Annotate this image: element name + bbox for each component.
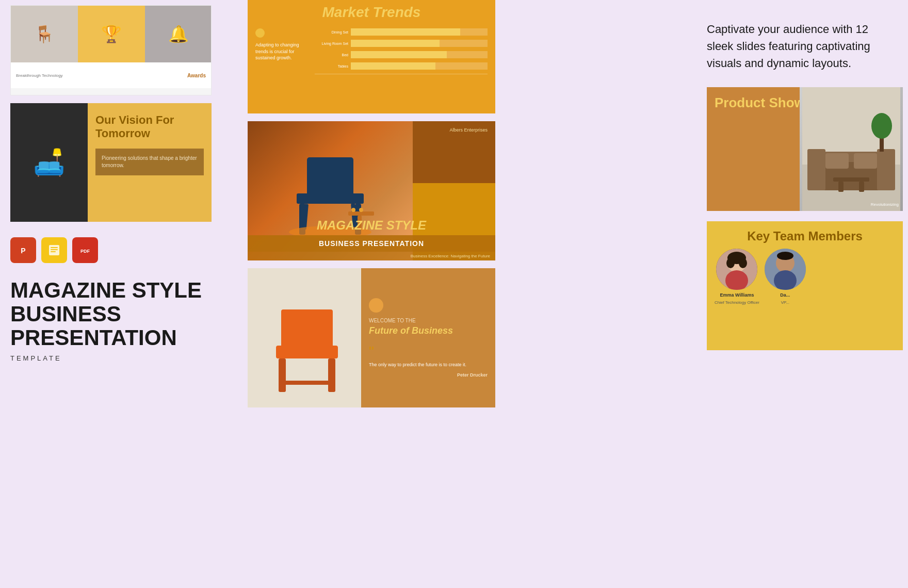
svg-rect-35 (833, 177, 869, 182)
welcome-author: Peter Drucker (369, 372, 488, 378)
team-members: Emma Williams Chief Technology Officer (707, 249, 903, 305)
svg-rect-44 (726, 273, 747, 281)
bar-label-4: Tables (315, 64, 348, 68)
awards-slide[interactable]: 🪑 🏆 🔔 Breakthrough Technology Awards (10, 5, 212, 95)
ps-revolutionizing: Revolutionizing (871, 202, 899, 207)
powerpoint-icon[interactable]: P (10, 237, 36, 263)
svg-rect-32 (854, 153, 877, 169)
bar-label-1: Dining Set (315, 30, 348, 34)
bar-bg-4 (351, 62, 488, 70)
svg-rect-5 (51, 249, 58, 250)
file-icons: P PDF (10, 237, 227, 263)
bar-label-3: Bed (315, 53, 348, 57)
vision-slide[interactable]: 🛋️ Our Vision For Tomorrow Pioneering so… (10, 103, 212, 222)
magazine-main-slide[interactable]: Albers Enterprises MAGAZINE STYLE BUSINE… (248, 121, 495, 260)
svg-point-18 (351, 208, 355, 212)
welcome-left (248, 268, 366, 407)
svg-point-34 (871, 113, 892, 139)
mag-italic-title: MAGAZINE STYLE (248, 216, 495, 235)
svg-rect-30 (807, 152, 895, 162)
mt-chart: Dining Set Living Room Set Bed (315, 28, 488, 74)
bar-bg-3 (351, 51, 488, 58)
member-emma: Emma Williams Chief Technology Officer (715, 249, 759, 305)
team-title: Key Team Members (707, 221, 903, 249)
svg-rect-49 (775, 273, 796, 281)
ps-photo (800, 87, 903, 211)
mt-circle (255, 28, 265, 38)
key-team-slide[interactable]: Key Team Members (707, 221, 903, 350)
svg-rect-16 (348, 211, 374, 216)
avatar-emma (716, 249, 757, 290)
svg-rect-6 (51, 251, 56, 252)
right-column: Captivate your audience with 12 sleek sl… (702, 0, 908, 588)
svg-point-42 (739, 258, 747, 268)
awards-label: Awards (187, 73, 206, 78)
welcome-circle (369, 298, 383, 313)
main-subtitle: TEMPLATE (10, 354, 227, 362)
market-trends-slide[interactable]: Market Trends Adapting to changing trend… (248, 0, 495, 113)
welcome-chair-svg (266, 289, 348, 402)
pdf-icon[interactable]: PDF (72, 237, 98, 263)
breakthrough-label: Breakthrough Technology (16, 73, 63, 78)
google-slides-icon[interactable] (41, 237, 67, 263)
avatar-member2 (765, 249, 806, 290)
svg-rect-10 (307, 157, 353, 196)
bar-row-1: Dining Set (315, 28, 488, 36)
bar-bg-2 (351, 40, 488, 47)
svg-rect-23 (328, 358, 335, 392)
vision-content: Our Vision For Tomorrow Pioneering solut… (88, 103, 212, 222)
thumb-trophy: 🏆 (78, 6, 145, 62)
member-2: Da... VP... (765, 249, 806, 305)
svg-point-47 (777, 252, 793, 260)
product-photo-svg (802, 87, 900, 211)
bar-fill-2 (351, 40, 440, 47)
svg-point-19 (359, 208, 363, 212)
avatar-emma-svg (716, 249, 757, 290)
welcome-to-text: WELCOME TO THE (369, 318, 488, 323)
mag-footer-text: Business Excellence: Navigating the Futu… (248, 252, 495, 260)
left-column: 🪑 🏆 🔔 Breakthrough Technology Awards 🛋️ … (0, 0, 237, 588)
quote-mark: " (369, 345, 488, 359)
svg-rect-24 (279, 381, 335, 385)
svg-rect-21 (281, 309, 333, 348)
description-text: Captivate your audience with 12 sleek sl… (707, 21, 893, 72)
member-role-emma: Chief Technology Officer (715, 300, 759, 305)
mag-band-text: BUSINESS PRESENTATION (252, 239, 491, 248)
bar-fill-1 (351, 28, 460, 36)
main-title: MAGAZINE STYLE BUSINESS PRESENTATION (10, 279, 227, 350)
welcome-slide[interactable]: WELCOME TO THE Future of Business " The … (248, 268, 495, 407)
bar-row-3: Bed (315, 51, 488, 58)
main-title-block: MAGAZINE STYLE BUSINESS PRESENTATION TEM… (10, 279, 227, 362)
bar-row-4: Tables (315, 62, 488, 70)
vision-subtitle: Pioneering solutions that shape a bright… (95, 149, 204, 175)
market-trends-title: Market Trends (248, 0, 495, 25)
member-role-2: VP... (781, 300, 789, 305)
mag-title-band: BUSINESS PRESENTATION (248, 235, 495, 252)
thumb-bell: 🔔 (145, 6, 212, 62)
vision-bg: 🛋️ (10, 103, 88, 222)
mt-description: Adapting to changing trends is crucial f… (255, 42, 307, 61)
bar-bg-1 (351, 28, 488, 36)
product-showcase-slide[interactable]: Product Showcase (707, 87, 903, 211)
svg-rect-4 (51, 247, 58, 248)
member-name-emma: Emma Williams (720, 292, 754, 298)
chart-axis (315, 74, 488, 74)
svg-rect-37 (859, 182, 864, 192)
mag-title-area: MAGAZINE STYLE BUSINESS PRESENTATION Bus… (248, 216, 495, 260)
center-column: Market Trends Adapting to changing trend… (237, 0, 702, 588)
svg-text:PDF: PDF (80, 249, 90, 254)
welcome-quote: The only way to predict the future is to… (369, 362, 488, 368)
bar-fill-3 (351, 51, 447, 58)
thumb-chair: 🪑 (11, 6, 78, 62)
svg-rect-31 (825, 153, 849, 169)
welcome-title: Future of Business (369, 325, 488, 337)
svg-rect-22 (279, 358, 286, 392)
svg-point-41 (726, 258, 735, 268)
main-layout: 🪑 🏆 🔔 Breakthrough Technology Awards 🛋️ … (0, 0, 908, 588)
mt-left-panel: Adapting to changing trends is crucial f… (255, 28, 307, 61)
avatar-member2-svg (765, 249, 806, 290)
vision-title: Our Vision For Tomorrow (95, 113, 204, 141)
member-name-2: Da... (780, 292, 790, 298)
mag-company: Albers Enterprises (449, 127, 488, 133)
bar-row-2: Living Room Set (315, 40, 488, 47)
